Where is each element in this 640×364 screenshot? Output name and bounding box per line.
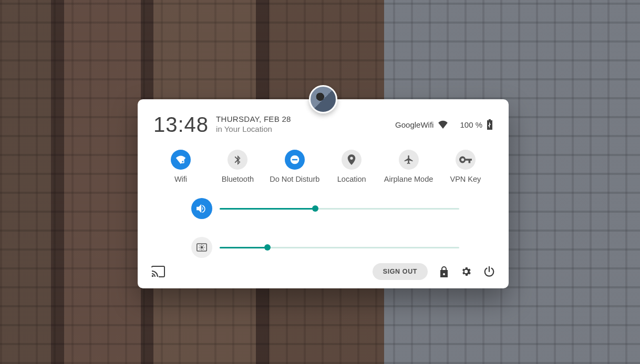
brightness-slider[interactable] [220,247,459,248]
toggle-row: Wifi Bluetooth Do Not Disturb Location A… [153,150,493,183]
status-bar: GoogleWifi 100 % [395,119,493,130]
svg-line-11 [203,249,204,249]
date-location: THURSDAY, FEB 28 in Your Location [216,115,291,134]
toggle-label: Airplane Mode [384,175,433,183]
airplane-icon [404,154,414,165]
svg-rect-3 [292,159,297,161]
battery-charging-icon [487,119,493,130]
vpn-key-icon [459,156,472,163]
volume-icon [197,204,207,213]
toggle-label: Location [337,175,366,183]
clock-time: 13:48 [153,114,209,135]
wifi-name-text: GoogleWifi [395,120,433,129]
toggle-label: Bluetooth [222,175,254,183]
volume-slider[interactable] [220,208,459,210]
toggle-wifi[interactable]: Wifi [153,150,208,183]
lock-icon[interactable] [439,266,449,277]
svg-line-13 [203,245,204,246]
location-text: in Your Location [216,124,291,134]
dnd-icon [290,154,300,165]
power-icon[interactable] [483,266,495,277]
location-icon [347,154,356,165]
wifi-icon [176,155,186,164]
toggle-dnd[interactable]: Do Not Disturb [267,150,322,183]
toggle-label: Do Not Disturb [270,175,319,183]
volume-button[interactable] [191,198,212,219]
brightness-slider-row [191,237,459,258]
cast-icon[interactable] [151,266,165,277]
quick-settings-panel: 13:48 THURSDAY, FEB 28 in Your Location … [138,99,509,288]
sign-out-button[interactable]: SIGN OUT [373,263,428,280]
brightness-icon [197,243,207,252]
bluetooth-icon [234,154,241,165]
gear-icon[interactable] [460,266,472,277]
footer: SIGN OUT [151,263,495,280]
toggle-airplane[interactable]: Airplane Mode [381,150,436,183]
battery-status: 100 % [460,119,493,130]
toggle-label: Wifi [174,175,187,183]
sliders [191,198,459,258]
toggle-vpn[interactable]: VPN Key [438,150,493,183]
svg-point-14 [152,275,154,277]
toggle-label: VPN Key [450,175,481,183]
brightness-button[interactable] [191,237,212,258]
toggle-bluetooth[interactable]: Bluetooth [210,150,265,183]
battery-text: 100 % [460,120,482,129]
svg-rect-1 [182,161,184,163]
toggle-location[interactable]: Location [324,150,379,183]
avatar[interactable] [309,85,337,113]
svg-line-12 [200,249,200,249]
header: 13:48 THURSDAY, FEB 28 in Your Location … [153,109,493,140]
svg-point-5 [201,246,203,249]
wifi-status: GoogleWifi [395,120,448,129]
date-text: THURSDAY, FEB 28 [216,115,291,124]
svg-line-10 [200,245,200,246]
wifi-icon [438,120,448,129]
volume-slider-row [191,198,459,219]
